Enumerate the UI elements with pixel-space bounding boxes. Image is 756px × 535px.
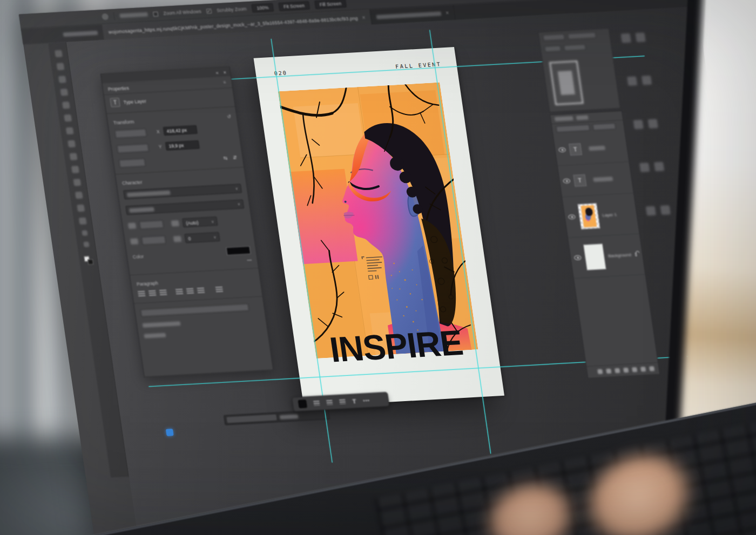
move-tool-icon[interactable]: [55, 50, 63, 58]
panel-menu-icon[interactable]: ≡: [223, 80, 227, 85]
type-layer-thumbnail: T: [569, 143, 582, 155]
color-swatches[interactable]: [84, 256, 93, 265]
lasso-tool-icon[interactable]: [58, 76, 66, 83]
shape-tool-icon[interactable]: [79, 218, 87, 225]
reset-transform-icon[interactable]: ↺: [227, 113, 232, 119]
visibility-eye-icon[interactable]: [574, 255, 582, 260]
leading-select[interactable]: (Auto) ∨: [182, 216, 218, 227]
panel-icon[interactable]: [639, 162, 650, 172]
poster-illustration: [278, 83, 478, 359]
tracking-select[interactable]: 0 ∨: [184, 232, 220, 243]
panel-control-blob[interactable]: [543, 34, 565, 41]
panel-control-blob[interactable]: [544, 45, 562, 52]
align-center-icon[interactable]: [326, 400, 333, 405]
scrubby-zoom-checkbox[interactable]: ✓: [206, 8, 212, 13]
justify-all-icon[interactable]: [215, 287, 224, 293]
new-layer-icon[interactable]: [640, 367, 646, 371]
type-tool-icon[interactable]: [77, 205, 85, 212]
type-settings-icon[interactable]: T: [352, 398, 356, 404]
healing-tool-icon[interactable]: [66, 127, 74, 135]
close-tab-icon[interactable]: ×: [445, 10, 449, 16]
flip-vertical-icon[interactable]: ⇵: [232, 154, 237, 160]
height-field[interactable]: [117, 143, 149, 153]
panel-icon[interactable]: [642, 76, 652, 85]
tracking-field[interactable]: [141, 235, 166, 245]
justify-left-icon[interactable]: [176, 289, 184, 295]
justify-center-icon[interactable]: [186, 288, 194, 295]
visibility-eye-icon[interactable]: [563, 178, 570, 184]
collapse-panel-icon[interactable]: «: [215, 70, 219, 75]
layer-row-background[interactable]: Background: [568, 234, 645, 279]
woman-profile-illustration: [278, 83, 478, 359]
selection-tool-icon[interactable]: [60, 89, 68, 96]
flip-horizontal-icon[interactable]: ⇆: [223, 155, 228, 160]
panel-icon[interactable]: [635, 32, 645, 42]
align-center-icon[interactable]: [148, 290, 157, 297]
close-panel-icon[interactable]: ×: [223, 69, 227, 75]
fill-screen-button[interactable]: Fill Screen: [314, 0, 347, 9]
eyedropper-tool-icon[interactable]: [64, 114, 72, 122]
background-color[interactable]: [87, 259, 93, 265]
hand-tool-icon[interactable]: [82, 230, 87, 235]
properties-tab[interactable]: Properties: [107, 85, 129, 91]
tracking-icon: [130, 238, 139, 245]
panel-icon[interactable]: [633, 120, 643, 130]
panel-control-blob[interactable]: [564, 44, 586, 51]
pen-tool-icon[interactable]: [75, 192, 83, 199]
align-right-icon[interactable]: [339, 399, 346, 404]
panel-icon[interactable]: [646, 206, 656, 215]
opacity-field[interactable]: [592, 123, 616, 131]
more-options-icon[interactable]: •••: [363, 397, 370, 403]
crop-tool-icon[interactable]: [62, 101, 70, 109]
layer-row-image[interactable]: Layer 1: [562, 193, 639, 238]
blend-mode-select[interactable]: [556, 124, 590, 132]
angle-field[interactable]: [119, 158, 146, 168]
panel-icon[interactable]: [660, 205, 670, 215]
status-bar[interactable]: [224, 409, 330, 425]
align-left-icon[interactable]: [313, 401, 320, 406]
justify-right-icon[interactable]: [197, 288, 205, 294]
fill-color-swatch[interactable]: [298, 399, 307, 408]
panel-control-blob[interactable]: [568, 32, 596, 39]
panel-icon[interactable]: [647, 119, 658, 128]
font-size-field[interactable]: [139, 220, 164, 229]
eraser-tool-icon[interactable]: [71, 166, 79, 173]
layers-tab-blob[interactable]: [555, 116, 573, 121]
stamp-tool-icon[interactable]: [70, 153, 78, 160]
zoom-tool-icon[interactable]: [83, 241, 89, 247]
layer-mask-icon[interactable]: [615, 368, 620, 373]
panel-icon[interactable]: [627, 77, 637, 86]
align-left-icon[interactable]: [138, 291, 146, 297]
visibility-eye-icon[interactable]: [568, 214, 576, 220]
close-tab-icon[interactable]: ×: [362, 15, 366, 21]
width-field[interactable]: [114, 128, 147, 138]
panel-icon[interactable]: [620, 33, 631, 43]
panel-icon[interactable]: [654, 162, 664, 172]
x-value-field[interactable]: 418,42 px: [163, 125, 197, 136]
zoom-tool-icon[interactable]: [102, 13, 109, 21]
type-layer-icon: T: [110, 98, 120, 107]
font-family-blob: [127, 190, 171, 197]
channels-tab-blob[interactable]: [576, 115, 589, 120]
app-badge-icon[interactable]: [166, 429, 174, 436]
previous-tab-blob[interactable]: [63, 30, 98, 37]
y-value-field[interactable]: 19,9 px: [165, 140, 199, 151]
zoom-all-windows-checkbox[interactable]: [153, 11, 158, 16]
more-options-icon[interactable]: •••: [247, 258, 252, 262]
brush-tool-icon[interactable]: [68, 140, 76, 147]
delete-layer-icon[interactable]: [649, 366, 654, 371]
visibility-eye-icon[interactable]: [558, 147, 566, 153]
link-layers-icon[interactable]: [597, 369, 603, 374]
layer-row-type-2[interactable]: T: [558, 162, 633, 197]
marquee-tool-icon[interactable]: [57, 63, 65, 70]
separator: [113, 12, 115, 20]
zoom-100-button[interactable]: 100%: [251, 3, 274, 13]
layer-row-type-1[interactable]: T: [553, 131, 629, 166]
layer-effects-icon[interactable]: [606, 369, 611, 374]
align-right-icon[interactable]: [159, 289, 167, 296]
text-color-swatch[interactable]: [226, 246, 251, 255]
adjustment-layer-icon[interactable]: [623, 368, 629, 373]
gradient-tool-icon[interactable]: [73, 179, 81, 186]
layer-group-icon[interactable]: [632, 367, 637, 372]
fit-screen-button[interactable]: Fit Screen: [278, 1, 310, 11]
